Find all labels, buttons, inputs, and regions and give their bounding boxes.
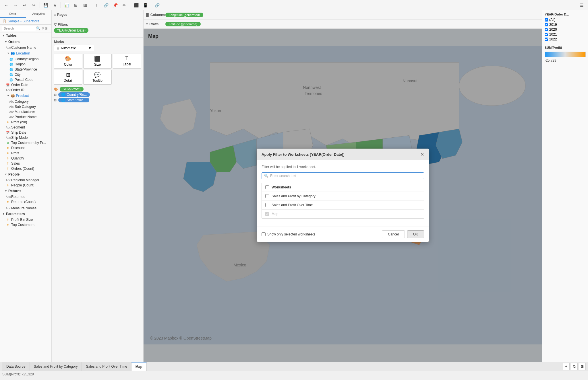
toolbar-text-btn[interactable]: T [93, 1, 101, 9]
toolbar-device-btn[interactable]: 📱 [141, 1, 149, 9]
toolbar-undo-btn[interactable]: ↩ [21, 1, 29, 9]
field-region[interactable]: 🌐 Region [0, 62, 51, 67]
tab-analytics[interactable]: Analytics [26, 10, 52, 18]
add-sheet-btn[interactable]: + [563, 363, 570, 370]
legend-2020-checkbox[interactable] [545, 28, 548, 31]
toolbar-save-btn[interactable]: 💾 [42, 1, 50, 9]
field-state[interactable]: 🌐 State/Province [0, 67, 51, 72]
toolbar-forward-btn[interactable]: → [11, 1, 20, 9]
field-measure-names[interactable]: Abc Measure Names [0, 206, 51, 211]
sum-profit-legend-title: SUM(Profit) [545, 46, 586, 49]
legend-2019-checkbox[interactable] [545, 23, 548, 26]
field-top-customers[interactable]: ⚙ Top Customers by Pr... [0, 140, 51, 145]
toolbar-sep-2 [61, 2, 61, 8]
legend-2022-checkbox[interactable] [545, 38, 548, 41]
field-customer-name[interactable]: Abc Customer Name [0, 45, 51, 50]
toolbar-grid-btn[interactable]: ▦ [81, 1, 89, 9]
modal-close-btn[interactable]: ✕ [420, 152, 424, 157]
field-returned[interactable]: Abc Returned [0, 194, 51, 199]
marks-pill-country[interactable]: 🌐 Country/Re... [58, 92, 90, 97]
field-ship-date[interactable]: 📅 Ship Date [0, 130, 51, 135]
field-orders-count[interactable]: # Orders (Count) [0, 166, 51, 171]
legend-all-checkbox[interactable] [545, 18, 548, 22]
returns-header[interactable]: ▼ Returns [0, 188, 51, 194]
field-manufacturer[interactable]: Abc Manufacturer [0, 109, 51, 114]
worksheet-cb-2[interactable] [265, 203, 269, 207]
toolbar-share-btn[interactable]: 🔗 [153, 1, 161, 9]
calendar-icon: 📅 [6, 83, 10, 87]
worksheets-header-checkbox[interactable] [265, 185, 269, 189]
worksheet-sales-profit-time[interactable]: Sales and Profit Over Time [262, 201, 424, 210]
marks-size-btn[interactable]: ⬛ Size [83, 54, 111, 69]
toolbar-table-btn[interactable]: ⊞ [72, 1, 80, 9]
field-segment[interactable]: Abc Segment [0, 125, 51, 130]
ok-button[interactable]: OK [407, 230, 424, 238]
rows-pill[interactable]: Latitude (generated) [165, 22, 201, 26]
tables-header[interactable]: ▼ Tables [0, 32, 51, 39]
field-profit-bin-size[interactable]: # Profit Bin Size [0, 217, 51, 222]
filter-year-order-date[interactable]: YEAR(Order Date) [54, 28, 88, 33]
people-header[interactable]: ▼ People [0, 171, 51, 178]
legend-2021-checkbox[interactable] [545, 33, 548, 36]
toolbar-back-btn[interactable]: ← [2, 1, 10, 9]
search-input[interactable] [2, 26, 36, 31]
field-regional-manager[interactable]: Abc Regional Manager [0, 178, 51, 183]
toolbar-extra-btn[interactable]: ☰ [578, 1, 586, 9]
field-order-id[interactable]: Abc Order ID [0, 87, 51, 93]
field-sales[interactable]: # Sales [0, 161, 51, 166]
worksheet-cb-1[interactable] [265, 194, 269, 198]
marks-label-btn[interactable]: T Label [113, 54, 141, 69]
view-toggle-icon[interactable]: ⊞ [45, 26, 48, 30]
field-returns-count[interactable]: # Returns (Count) [0, 199, 51, 204]
marks-pill-state[interactable]: 🌐 State/Provi... [58, 98, 89, 102]
field-top-customers-param[interactable]: # Top Customers [0, 222, 51, 227]
field-profit[interactable]: # Profit [0, 151, 51, 156]
tab-data[interactable]: Data [0, 10, 26, 18]
field-order-date[interactable]: 📅 Order Date [0, 82, 51, 87]
field-quantity[interactable]: # Quantity [0, 156, 51, 161]
field-country[interactable]: 🌐 Country/Region [0, 56, 51, 62]
worksheet-sales-profit-category[interactable]: Sales and Profit by Category [262, 192, 424, 201]
modal-actions: Cancel OK [382, 230, 424, 238]
grid-view-btn[interactable]: ⊞ [579, 363, 586, 370]
modal-search-input[interactable] [270, 174, 421, 178]
field-discount[interactable]: # Discount [0, 145, 51, 151]
marks-detail-btn[interactable]: ⊞ Detail [54, 70, 82, 85]
field-ship-mode[interactable]: Abc Ship Mode [0, 135, 51, 140]
field-product-name[interactable]: Abc Product Name [0, 114, 51, 120]
duplicate-sheet-btn[interactable]: ⧉ [571, 363, 578, 370]
product-header[interactable]: ▼ 📦 Product [0, 93, 51, 99]
toolbar-sep-3 [91, 2, 91, 8]
filter-icon[interactable]: ▽ [42, 26, 44, 30]
field-profit-bin[interactable]: # Profit (bin) [0, 120, 51, 125]
location-header[interactable]: ▼ 👥 Location [0, 50, 51, 56]
toolbar-link-btn[interactable]: 🔗 [102, 1, 110, 9]
orders-header[interactable]: ▼ Orders [0, 39, 51, 45]
toolbar-redo-btn[interactable]: ↪ [30, 1, 38, 9]
marks-row-icon-1: 🎨 [54, 87, 58, 91]
toolbar-pin-btn[interactable]: 📌 [111, 1, 119, 9]
parameters-header[interactable]: ▼ Parameters [0, 211, 51, 217]
field-city[interactable]: 🌐 City [0, 72, 51, 77]
datasource-label[interactable]: 📋 Sample - Superstore [0, 18, 51, 25]
tab-sales-profit-category[interactable]: Sales and Profit by Category [30, 362, 82, 371]
show-selected-checkbox[interactable] [262, 232, 266, 236]
columns-pill[interactable]: Longitude (generated) [165, 13, 203, 17]
toolbar-print-btn[interactable]: 🖨 [51, 1, 59, 9]
toolbar-pen-btn[interactable]: ✏ [120, 1, 128, 9]
field-subcategory[interactable]: Abc Sub-Category [0, 104, 51, 109]
field-category[interactable]: Abc Category [0, 99, 51, 104]
marks-color-btn[interactable]: 🎨 Color [54, 54, 82, 69]
tab-sales-profit-time[interactable]: Sales and Profit Over Time [82, 362, 131, 371]
field-people-count[interactable]: # People (Count) [0, 183, 51, 188]
marks-tooltip-btn[interactable]: 💬 Tooltip [83, 70, 111, 85]
toolbar-chart-btn[interactable]: 📊 [63, 1, 71, 9]
rows-label: ≡ Rows [146, 22, 163, 26]
toolbar-present-btn[interactable]: ⬛ [132, 1, 140, 9]
marks-pill-sum-profit[interactable]: SUM(Profit) [60, 87, 84, 91]
field-postal[interactable]: 🌐 Postal Code [0, 77, 51, 82]
tab-map[interactable]: Map [131, 362, 147, 371]
marks-type-dropdown[interactable]: ⊞ Automatic ▼ [54, 45, 94, 51]
tab-data-source[interactable]: Data Source [2, 362, 30, 371]
cancel-button[interactable]: Cancel [382, 230, 405, 238]
